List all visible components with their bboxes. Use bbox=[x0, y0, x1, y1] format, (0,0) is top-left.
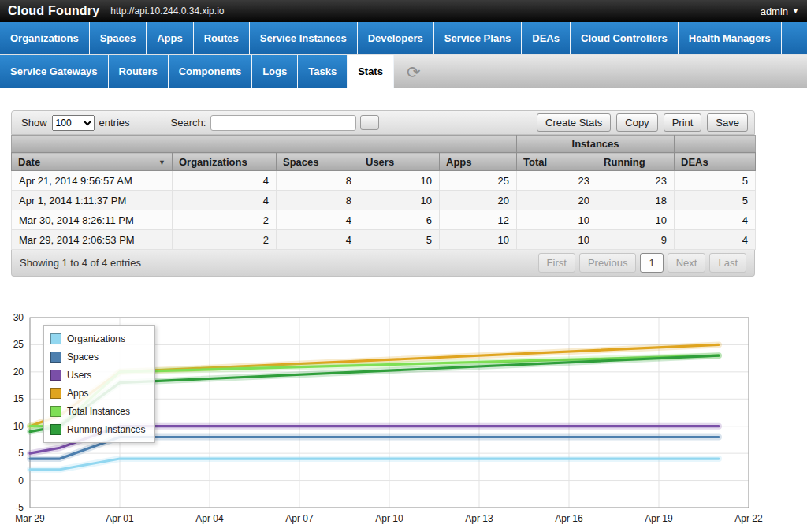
tab-service-instances[interactable]: Service Instances bbox=[250, 22, 358, 54]
tab-logs[interactable]: Logs bbox=[252, 55, 298, 88]
cell-value: 4 bbox=[675, 230, 756, 250]
toolbar-buttons: Create StatsCopyPrintSave bbox=[531, 113, 748, 132]
tab-deas[interactable]: DEAs bbox=[522, 22, 571, 54]
search-input[interactable] bbox=[210, 115, 356, 131]
nav-row-2: Service GatewaysRoutersComponentsLogsTas… bbox=[0, 55, 807, 88]
tab-components[interactable]: Components bbox=[169, 55, 252, 88]
cell-value: 4 bbox=[173, 191, 277, 210]
cell-value: 10 bbox=[517, 210, 597, 230]
nav-filler bbox=[782, 22, 807, 54]
copy-button[interactable]: Copy bbox=[616, 113, 657, 132]
legend-swatch bbox=[50, 406, 61, 417]
tab-stats[interactable]: Stats bbox=[348, 55, 394, 88]
col-header-spaces[interactable]: Spaces bbox=[277, 153, 359, 171]
group-header-instances: Instances bbox=[517, 136, 675, 153]
show-label: Show bbox=[21, 117, 47, 128]
tab-organizations[interactable]: Organizations bbox=[0, 22, 90, 54]
cell-value: 20 bbox=[517, 191, 597, 210]
group-header-row: Instances bbox=[12, 136, 756, 153]
col-header-date[interactable]: Date▼ bbox=[12, 153, 173, 171]
svg-text:20: 20 bbox=[13, 366, 24, 378]
tab-health-managers[interactable]: Health Managers bbox=[679, 22, 782, 54]
tab-developers[interactable]: Developers bbox=[358, 22, 434, 54]
app-title: Cloud Foundry bbox=[8, 4, 99, 18]
entries-select[interactable]: 100 bbox=[52, 115, 95, 131]
tab-tasks[interactable]: Tasks bbox=[298, 55, 348, 88]
cell-value: 4 bbox=[277, 230, 359, 250]
svg-text:-5: -5 bbox=[15, 502, 24, 513]
svg-text:0: 0 bbox=[18, 475, 24, 486]
cell-value: 10 bbox=[359, 171, 440, 191]
cell-value: 2 bbox=[173, 210, 277, 230]
col-header-users[interactable]: Users bbox=[359, 153, 440, 171]
cell-date: Apr 1, 2014 1:11:37 PM bbox=[12, 191, 173, 210]
legend-swatch bbox=[50, 424, 61, 435]
svg-text:5: 5 bbox=[18, 448, 24, 459]
table-row[interactable]: Apr 1, 2014 1:11:37 PM48102020185 bbox=[12, 191, 756, 210]
tab-spaces[interactable]: Spaces bbox=[90, 22, 147, 54]
chart-legend: OrganizationsSpacesUsersAppsTotal Instan… bbox=[43, 325, 155, 443]
page-last-button[interactable]: Last bbox=[709, 253, 746, 273]
user-menu[interactable]: admin ▼ bbox=[761, 6, 799, 17]
col-header-running[interactable]: Running bbox=[597, 153, 675, 171]
cell-value: 5 bbox=[675, 171, 756, 191]
legend-item-total-instances: Total Instances bbox=[50, 402, 145, 420]
topbar: Cloud Foundry http://api.10.244.0.34.xip… bbox=[0, 0, 807, 22]
table-row[interactable]: Mar 30, 2014 8:26:11 PM2461210104 bbox=[12, 210, 756, 230]
print-button[interactable]: Print bbox=[664, 113, 702, 132]
svg-text:30: 30 bbox=[13, 314, 24, 323]
cell-value: 20 bbox=[440, 191, 517, 210]
page-previous-button[interactable]: Previous bbox=[579, 253, 637, 273]
sort-desc-icon: ▼ bbox=[158, 158, 165, 166]
cell-value: 9 bbox=[597, 230, 675, 250]
group-spacer bbox=[675, 136, 756, 153]
cell-value: 23 bbox=[597, 171, 675, 191]
group-spacer bbox=[12, 136, 517, 153]
page-page-current[interactable]: 1 bbox=[640, 253, 663, 273]
user-name: admin bbox=[761, 6, 788, 17]
legend-item-organizations: Organizations bbox=[50, 329, 145, 348]
tab-cloud-controllers[interactable]: Cloud Controllers bbox=[571, 22, 679, 54]
chevron-down-icon: ▼ bbox=[792, 7, 799, 15]
cell-date: Mar 30, 2014 8:26:11 PM bbox=[12, 210, 173, 230]
search-button[interactable] bbox=[360, 115, 379, 130]
cell-value: 5 bbox=[359, 230, 440, 250]
create-stats-button[interactable]: Create Stats bbox=[537, 113, 611, 132]
search-label: Search: bbox=[171, 117, 206, 128]
svg-text:15: 15 bbox=[13, 393, 24, 404]
col-header-deas[interactable]: DEAs bbox=[675, 153, 756, 171]
legend-label: Spaces bbox=[67, 352, 99, 363]
col-header-total[interactable]: Total bbox=[517, 153, 597, 171]
table-row[interactable]: Apr 21, 2014 9:56:57 AM48102523235 bbox=[12, 171, 756, 191]
svg-text:25: 25 bbox=[13, 339, 24, 350]
page-next-button[interactable]: Next bbox=[668, 253, 706, 273]
stats-table: Instances Date▼OrganizationsSpacesUsersA… bbox=[11, 135, 756, 250]
legend-item-users: Users bbox=[50, 366, 145, 384]
tab-apps[interactable]: Apps bbox=[147, 22, 194, 54]
cell-value: 2 bbox=[173, 230, 277, 250]
entries-label: entries bbox=[99, 117, 130, 128]
cell-date: Mar 29, 2014 2:06:53 PM bbox=[12, 230, 173, 250]
tab-service-gateways[interactable]: Service Gateways bbox=[0, 55, 109, 88]
col-header-apps[interactable]: Apps bbox=[440, 153, 517, 171]
svg-text:Apr 04: Apr 04 bbox=[195, 513, 224, 524]
tab-routers[interactable]: Routers bbox=[109, 55, 169, 88]
legend-swatch bbox=[50, 370, 61, 381]
table-row[interactable]: Mar 29, 2014 2:06:53 PM245101094 bbox=[12, 230, 756, 250]
cell-value: 4 bbox=[173, 171, 277, 191]
svg-text:Apr 19: Apr 19 bbox=[645, 513, 673, 524]
cell-value: 5 bbox=[675, 191, 756, 210]
cell-value: 4 bbox=[277, 210, 359, 230]
legend-swatch bbox=[50, 333, 61, 344]
cell-value: 18 bbox=[597, 191, 675, 210]
tab-routes[interactable]: Routes bbox=[194, 22, 250, 54]
col-header-organizations[interactable]: Organizations bbox=[173, 153, 277, 171]
cell-value: 8 bbox=[277, 171, 359, 191]
tab-service-plans[interactable]: Service Plans bbox=[434, 22, 523, 54]
svg-text:Apr 07: Apr 07 bbox=[285, 513, 314, 524]
save-button[interactable]: Save bbox=[707, 113, 748, 132]
refresh-icon[interactable]: ⟳ bbox=[407, 64, 421, 80]
legend-label: Apps bbox=[67, 388, 88, 399]
page-first-button[interactable]: First bbox=[538, 253, 575, 273]
cell-value: 25 bbox=[440, 171, 517, 191]
